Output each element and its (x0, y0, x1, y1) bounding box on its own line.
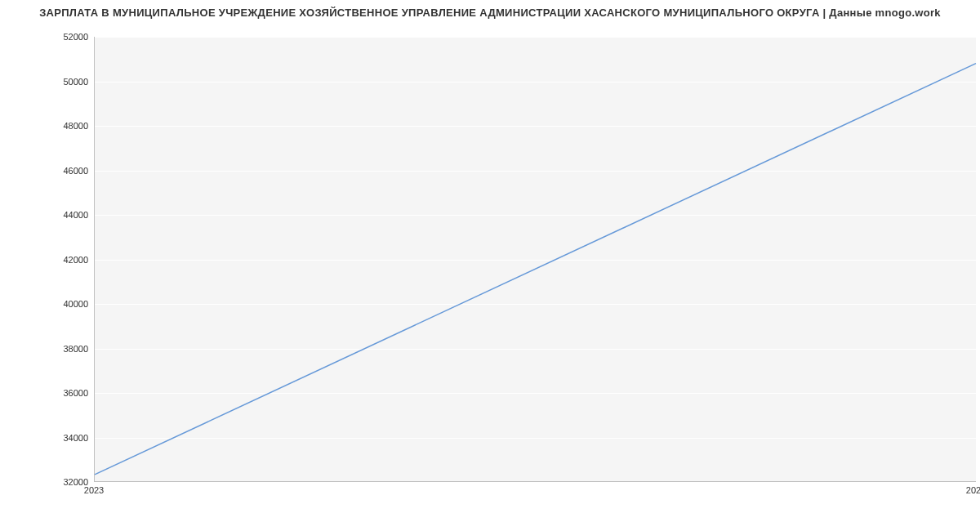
y-tick-label: 36000 (39, 388, 88, 398)
y-tick-label: 52000 (39, 32, 88, 42)
chart-container: ЗАРПЛАТА В МУНИЦИПАЛЬНОЕ УЧРЕЖДЕНИЕ ХОЗЯ… (0, 0, 980, 531)
x-tick-label: 2024 (966, 485, 980, 495)
y-tick-label: 44000 (39, 210, 88, 220)
y-tick-label: 42000 (39, 255, 88, 265)
line-layer (95, 37, 976, 481)
y-tick-label: 46000 (39, 166, 88, 176)
plot-area (94, 37, 976, 482)
y-tick-label: 50000 (39, 77, 88, 87)
y-tick-label: 40000 (39, 299, 88, 309)
y-tick-label: 38000 (39, 344, 88, 354)
grid-line (95, 482, 976, 483)
y-tick-label: 48000 (39, 121, 88, 131)
chart-title: ЗАРПЛАТА В МУНИЦИПАЛЬНОЕ УЧРЕЖДЕНИЕ ХОЗЯ… (0, 7, 980, 19)
y-tick-label: 32000 (39, 477, 88, 487)
x-tick-label: 2023 (84, 485, 104, 495)
y-tick-label: 34000 (39, 433, 88, 443)
data-line (95, 64, 976, 475)
